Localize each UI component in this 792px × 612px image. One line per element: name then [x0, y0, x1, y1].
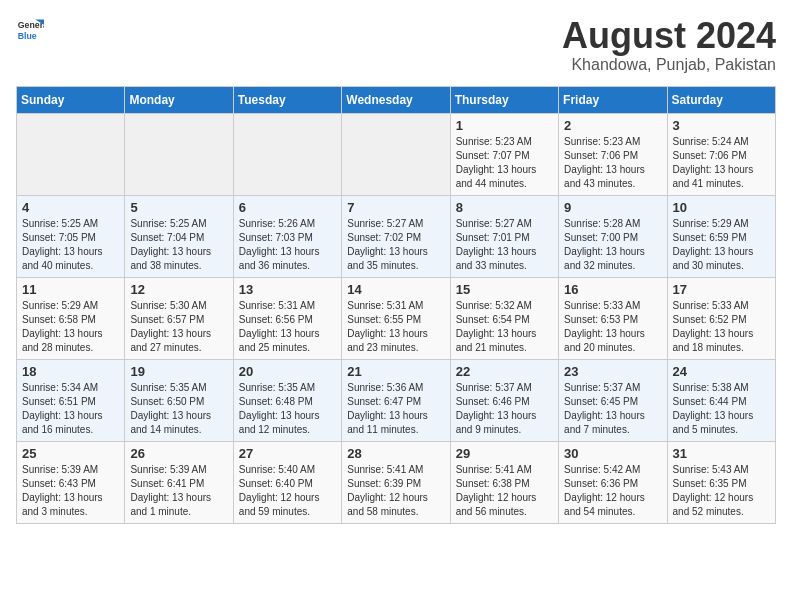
- day-info: Sunrise: 5:40 AM Sunset: 6:40 PM Dayligh…: [239, 463, 336, 519]
- day-info: Sunrise: 5:29 AM Sunset: 6:58 PM Dayligh…: [22, 299, 119, 355]
- day-info: Sunrise: 5:39 AM Sunset: 6:43 PM Dayligh…: [22, 463, 119, 519]
- day-info: Sunrise: 5:42 AM Sunset: 6:36 PM Dayligh…: [564, 463, 661, 519]
- calendar-cell: 24Sunrise: 5:38 AM Sunset: 6:44 PM Dayli…: [667, 359, 775, 441]
- calendar-cell: 28Sunrise: 5:41 AM Sunset: 6:39 PM Dayli…: [342, 441, 450, 523]
- day-info: Sunrise: 5:43 AM Sunset: 6:35 PM Dayligh…: [673, 463, 770, 519]
- calendar-cell: 31Sunrise: 5:43 AM Sunset: 6:35 PM Dayli…: [667, 441, 775, 523]
- day-info: Sunrise: 5:30 AM Sunset: 6:57 PM Dayligh…: [130, 299, 227, 355]
- day-info: Sunrise: 5:32 AM Sunset: 6:54 PM Dayligh…: [456, 299, 553, 355]
- svg-text:Blue: Blue: [18, 31, 37, 41]
- header-day-friday: Friday: [559, 86, 667, 113]
- day-info: Sunrise: 5:41 AM Sunset: 6:38 PM Dayligh…: [456, 463, 553, 519]
- calendar-header-row: SundayMondayTuesdayWednesdayThursdayFrid…: [17, 86, 776, 113]
- day-info: Sunrise: 5:29 AM Sunset: 6:59 PM Dayligh…: [673, 217, 770, 273]
- day-number: 11: [22, 282, 119, 297]
- calendar-cell: 22Sunrise: 5:37 AM Sunset: 6:46 PM Dayli…: [450, 359, 558, 441]
- calendar-cell: 13Sunrise: 5:31 AM Sunset: 6:56 PM Dayli…: [233, 277, 341, 359]
- calendar-week-row: 25Sunrise: 5:39 AM Sunset: 6:43 PM Dayli…: [17, 441, 776, 523]
- calendar-cell: 25Sunrise: 5:39 AM Sunset: 6:43 PM Dayli…: [17, 441, 125, 523]
- calendar-cell: 3Sunrise: 5:24 AM Sunset: 7:06 PM Daylig…: [667, 113, 775, 195]
- day-info: Sunrise: 5:31 AM Sunset: 6:56 PM Dayligh…: [239, 299, 336, 355]
- day-info: Sunrise: 5:39 AM Sunset: 6:41 PM Dayligh…: [130, 463, 227, 519]
- day-info: Sunrise: 5:37 AM Sunset: 6:46 PM Dayligh…: [456, 381, 553, 437]
- logo: General Blue: [16, 16, 44, 44]
- day-number: 9: [564, 200, 661, 215]
- calendar-cell: [125, 113, 233, 195]
- day-info: Sunrise: 5:25 AM Sunset: 7:05 PM Dayligh…: [22, 217, 119, 273]
- day-info: Sunrise: 5:34 AM Sunset: 6:51 PM Dayligh…: [22, 381, 119, 437]
- calendar-cell: [233, 113, 341, 195]
- day-number: 19: [130, 364, 227, 379]
- calendar-table: SundayMondayTuesdayWednesdayThursdayFrid…: [16, 86, 776, 524]
- header-day-sunday: Sunday: [17, 86, 125, 113]
- calendar-cell: 11Sunrise: 5:29 AM Sunset: 6:58 PM Dayli…: [17, 277, 125, 359]
- day-number: 22: [456, 364, 553, 379]
- day-info: Sunrise: 5:35 AM Sunset: 6:48 PM Dayligh…: [239, 381, 336, 437]
- calendar-cell: [17, 113, 125, 195]
- calendar-cell: 20Sunrise: 5:35 AM Sunset: 6:48 PM Dayli…: [233, 359, 341, 441]
- day-number: 12: [130, 282, 227, 297]
- day-number: 29: [456, 446, 553, 461]
- day-info: Sunrise: 5:37 AM Sunset: 6:45 PM Dayligh…: [564, 381, 661, 437]
- day-number: 30: [564, 446, 661, 461]
- day-info: Sunrise: 5:25 AM Sunset: 7:04 PM Dayligh…: [130, 217, 227, 273]
- day-number: 3: [673, 118, 770, 133]
- calendar-cell: 9Sunrise: 5:28 AM Sunset: 7:00 PM Daylig…: [559, 195, 667, 277]
- day-info: Sunrise: 5:24 AM Sunset: 7:06 PM Dayligh…: [673, 135, 770, 191]
- calendar-cell: 14Sunrise: 5:31 AM Sunset: 6:55 PM Dayli…: [342, 277, 450, 359]
- calendar-cell: 27Sunrise: 5:40 AM Sunset: 6:40 PM Dayli…: [233, 441, 341, 523]
- day-info: Sunrise: 5:33 AM Sunset: 6:52 PM Dayligh…: [673, 299, 770, 355]
- calendar-cell: 21Sunrise: 5:36 AM Sunset: 6:47 PM Dayli…: [342, 359, 450, 441]
- calendar-cell: 18Sunrise: 5:34 AM Sunset: 6:51 PM Dayli…: [17, 359, 125, 441]
- day-number: 28: [347, 446, 444, 461]
- calendar-cell: 6Sunrise: 5:26 AM Sunset: 7:03 PM Daylig…: [233, 195, 341, 277]
- calendar-cell: 4Sunrise: 5:25 AM Sunset: 7:05 PM Daylig…: [17, 195, 125, 277]
- day-number: 5: [130, 200, 227, 215]
- page-title: August 2024: [562, 16, 776, 56]
- day-info: Sunrise: 5:26 AM Sunset: 7:03 PM Dayligh…: [239, 217, 336, 273]
- calendar-cell: 12Sunrise: 5:30 AM Sunset: 6:57 PM Dayli…: [125, 277, 233, 359]
- calendar-cell: 15Sunrise: 5:32 AM Sunset: 6:54 PM Dayli…: [450, 277, 558, 359]
- header-day-wednesday: Wednesday: [342, 86, 450, 113]
- day-info: Sunrise: 5:41 AM Sunset: 6:39 PM Dayligh…: [347, 463, 444, 519]
- calendar-cell: 26Sunrise: 5:39 AM Sunset: 6:41 PM Dayli…: [125, 441, 233, 523]
- day-number: 21: [347, 364, 444, 379]
- header: General Blue August 2024 Khandowa, Punja…: [16, 16, 776, 74]
- calendar-cell: 8Sunrise: 5:27 AM Sunset: 7:01 PM Daylig…: [450, 195, 558, 277]
- calendar-cell: 16Sunrise: 5:33 AM Sunset: 6:53 PM Dayli…: [559, 277, 667, 359]
- header-day-monday: Monday: [125, 86, 233, 113]
- header-day-saturday: Saturday: [667, 86, 775, 113]
- header-day-thursday: Thursday: [450, 86, 558, 113]
- calendar-cell: 29Sunrise: 5:41 AM Sunset: 6:38 PM Dayli…: [450, 441, 558, 523]
- day-number: 27: [239, 446, 336, 461]
- calendar-cell: 10Sunrise: 5:29 AM Sunset: 6:59 PM Dayli…: [667, 195, 775, 277]
- day-number: 7: [347, 200, 444, 215]
- day-info: Sunrise: 5:33 AM Sunset: 6:53 PM Dayligh…: [564, 299, 661, 355]
- day-number: 8: [456, 200, 553, 215]
- header-day-tuesday: Tuesday: [233, 86, 341, 113]
- day-number: 15: [456, 282, 553, 297]
- logo-icon: General Blue: [16, 16, 44, 44]
- day-info: Sunrise: 5:23 AM Sunset: 7:07 PM Dayligh…: [456, 135, 553, 191]
- day-number: 23: [564, 364, 661, 379]
- day-number: 14: [347, 282, 444, 297]
- day-info: Sunrise: 5:27 AM Sunset: 7:01 PM Dayligh…: [456, 217, 553, 273]
- page-subtitle: Khandowa, Punjab, Pakistan: [562, 56, 776, 74]
- day-number: 16: [564, 282, 661, 297]
- day-number: 2: [564, 118, 661, 133]
- calendar-cell: 2Sunrise: 5:23 AM Sunset: 7:06 PM Daylig…: [559, 113, 667, 195]
- calendar-cell: 7Sunrise: 5:27 AM Sunset: 7:02 PM Daylig…: [342, 195, 450, 277]
- day-number: 1: [456, 118, 553, 133]
- day-number: 26: [130, 446, 227, 461]
- day-number: 18: [22, 364, 119, 379]
- day-info: Sunrise: 5:31 AM Sunset: 6:55 PM Dayligh…: [347, 299, 444, 355]
- day-number: 24: [673, 364, 770, 379]
- day-number: 17: [673, 282, 770, 297]
- calendar-cell: 1Sunrise: 5:23 AM Sunset: 7:07 PM Daylig…: [450, 113, 558, 195]
- day-number: 10: [673, 200, 770, 215]
- day-info: Sunrise: 5:28 AM Sunset: 7:00 PM Dayligh…: [564, 217, 661, 273]
- calendar-week-row: 1Sunrise: 5:23 AM Sunset: 7:07 PM Daylig…: [17, 113, 776, 195]
- calendar-week-row: 18Sunrise: 5:34 AM Sunset: 6:51 PM Dayli…: [17, 359, 776, 441]
- day-number: 20: [239, 364, 336, 379]
- calendar-cell: 5Sunrise: 5:25 AM Sunset: 7:04 PM Daylig…: [125, 195, 233, 277]
